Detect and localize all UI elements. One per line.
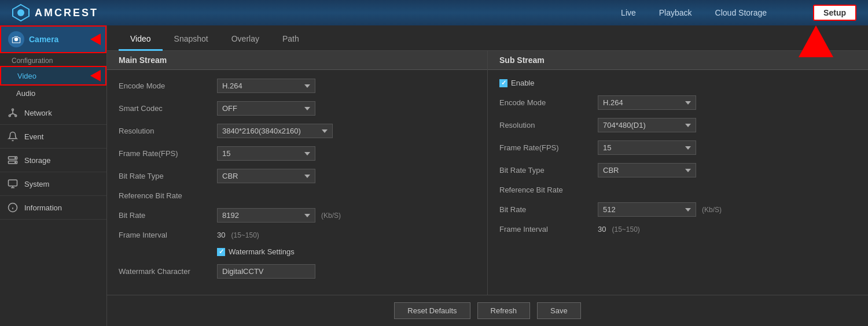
sidebar-item-information[interactable]: Information	[0, 196, 106, 220]
reference-bit-rate-label: Reference Bit Rate	[119, 191, 217, 200]
svg-point-2	[14, 38, 19, 42]
encode-mode-select[interactable]: H.264	[217, 79, 315, 93]
camera-icon	[8, 31, 24, 47]
tabs: Video Snapshot Overlay Path	[107, 25, 868, 51]
frame-rate-label: Frame Rate(FPS)	[119, 149, 217, 158]
sidebar-item-video[interactable]: Video	[0, 66, 106, 86]
main-layout: Camera Configuration Video Audio Network	[0, 25, 868, 326]
watermark-checkbox[interactable]	[217, 248, 225, 256]
system-icon	[7, 178, 19, 190]
reset-defaults-button[interactable]: Reset Defaults	[394, 302, 470, 319]
sidebar-item-event[interactable]: Event	[0, 125, 106, 149]
refresh-button[interactable]: Refresh	[477, 302, 531, 319]
event-icon	[7, 131, 19, 142]
sidebar-item-storage[interactable]: Storage	[0, 149, 106, 172]
content-area: Video Snapshot Overlay Path Main Stream …	[107, 25, 868, 326]
nav-playback[interactable]: Playback	[659, 8, 692, 17]
main-stream-panel: Main Stream Encode Mode H.264 Smart Code…	[107, 51, 487, 295]
sidebar-video-label: Video	[17, 72, 36, 80]
watermark-settings-label: Watermark Settings	[229, 247, 295, 256]
tab-path[interactable]: Path	[271, 28, 311, 51]
smart-codec-label: Smart Codec	[119, 104, 217, 113]
watermark-checkbox-wrap: Watermark Settings	[217, 247, 295, 256]
sidebar-audio-label: Audio	[16, 89, 35, 98]
nav-live[interactable]: Live	[621, 8, 636, 17]
sidebar-storage-label: Storage	[24, 156, 51, 165]
camera-label: Camera	[29, 35, 58, 44]
sub-bit-rate-type-select[interactable]: CBR	[598, 163, 696, 177]
camera-arrow-icon	[90, 34, 101, 45]
smart-codec-select[interactable]: OFF	[217, 101, 315, 116]
sidebar-configuration-label: Configuration	[0, 53, 106, 66]
watermark-settings-row: Watermark Settings	[119, 247, 476, 256]
bit-rate-row: Bit Rate 8192 (Kb/S)	[119, 208, 476, 223]
sub-encode-mode-label: Encode Mode	[499, 98, 598, 107]
tab-overlay[interactable]: Overlay	[220, 28, 271, 51]
sub-encode-mode-select[interactable]: H.264	[598, 95, 696, 110]
encode-mode-row: Encode Mode H.264	[119, 79, 476, 93]
svg-point-5	[15, 115, 17, 117]
sidebar-information-label: Information	[24, 203, 62, 212]
sidebar-event-label: Event	[24, 132, 43, 141]
video-content: Main Stream Encode Mode H.264 Smart Code…	[107, 51, 868, 295]
reference-bit-rate-row: Reference Bit Rate	[119, 191, 476, 200]
sub-stream-header: Sub Stream	[488, 51, 868, 70]
bit-rate-type-select[interactable]: CBR	[217, 169, 315, 183]
sub-reference-bit-rate-label: Reference Bit Rate	[499, 186, 598, 194]
bit-rate-select[interactable]: 8192	[217, 208, 315, 223]
logo-area: AMCREST	[12, 3, 98, 22]
frame-interval-hint: (15~150)	[231, 231, 259, 239]
tab-video[interactable]: Video	[119, 28, 163, 51]
sub-resolution-label: Resolution	[499, 121, 598, 129]
information-icon	[7, 202, 19, 213]
smart-codec-row: Smart Codec OFF	[119, 101, 476, 116]
sub-resolution-row: Resolution 704*480(D1)	[499, 118, 856, 132]
nav-links: Live Playback Cloud Storage Setup	[621, 5, 856, 21]
sub-frame-rate-row: Frame Rate(FPS) 15	[499, 140, 856, 155]
tab-snapshot[interactable]: Snapshot	[163, 28, 220, 51]
save-button[interactable]: Save	[537, 302, 581, 319]
sub-bit-rate-unit: (Kb/S)	[702, 206, 722, 214]
sub-enable-row: Enable	[499, 79, 856, 87]
watermark-character-label: Watermark Character	[119, 267, 217, 276]
sub-bit-rate-select[interactable]: 512	[598, 202, 696, 217]
sidebar-system-label: System	[24, 180, 49, 188]
sidebar-item-audio[interactable]: Audio	[0, 86, 106, 101]
nav-cloud-storage[interactable]: Cloud Storage	[715, 8, 767, 17]
sub-frame-interval-row: Frame Interval 30 (15~150)	[499, 225, 856, 234]
bit-rate-type-label: Bit Rate Type	[119, 172, 217, 180]
logo-icon	[12, 3, 30, 22]
sub-bit-rate-row: Bit Rate 512 (Kb/S)	[499, 202, 856, 217]
bit-rate-label: Bit Rate	[119, 211, 217, 220]
frame-interval-label: Frame Interval	[119, 231, 217, 239]
frame-rate-select[interactable]: 15	[217, 146, 315, 161]
watermark-character-input[interactable]	[217, 264, 315, 279]
main-stream-header: Main Stream	[107, 51, 487, 70]
frame-interval-value: 30	[217, 231, 225, 239]
sub-bit-rate-type-label: Bit Rate Type	[499, 166, 598, 175]
sub-resolution-select[interactable]: 704*480(D1)	[598, 118, 696, 132]
sub-stream-panel: Sub Stream Enable Encode Mode	[488, 51, 868, 295]
sidebar-item-system[interactable]: System	[0, 172, 106, 196]
sub-frame-rate-select[interactable]: 15	[598, 140, 696, 155]
svg-point-3	[12, 109, 14, 110]
resolution-label: Resolution	[119, 127, 217, 135]
resolution-select[interactable]: 3840*2160(3840x2160)	[217, 124, 333, 138]
setup-button[interactable]: Setup	[813, 5, 856, 21]
frame-interval-row: Frame Interval 30 (15~150)	[119, 231, 476, 239]
sub-frame-interval-hint: (15~150)	[612, 225, 639, 234]
sidebar-item-network[interactable]: Network	[0, 101, 106, 125]
sub-enable-checkbox[interactable]	[499, 79, 507, 87]
sub-bit-rate-label: Bit Rate	[499, 205, 598, 214]
svg-line-7	[10, 114, 13, 115]
watermark-character-row: Watermark Character	[119, 264, 476, 279]
sidebar: Camera Configuration Video Audio Network	[0, 25, 107, 326]
logo-text: AMCREST	[35, 7, 98, 19]
sub-bit-rate-type-row: Bit Rate Type CBR	[499, 163, 856, 177]
sub-enable-checkbox-wrap: Enable	[499, 79, 534, 87]
sub-stream-body: Enable Encode Mode H.264 Resolu	[488, 70, 868, 250]
network-icon	[7, 107, 19, 118]
sidebar-camera-item[interactable]: Camera	[0, 25, 106, 53]
frame-rate-row: Frame Rate(FPS) 15	[119, 146, 476, 161]
main-stream-body: Encode Mode H.264 Smart Codec OFF	[107, 70, 487, 295]
